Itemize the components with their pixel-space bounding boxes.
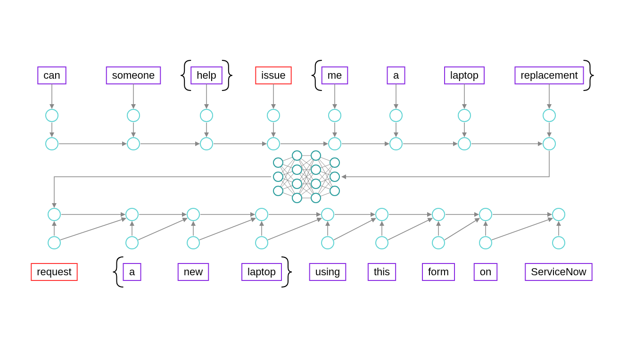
dec-node-top-6 [432, 208, 445, 221]
dec-node-bot-8 [553, 237, 565, 249]
dec-node-bot-0 [48, 237, 60, 249]
enc-node1-1 [127, 109, 140, 122]
enc-token-5-label: a [393, 69, 399, 81]
enc-to-nn [342, 151, 549, 177]
enc-brace-r-7 [584, 60, 594, 90]
dec-brace-l-1 [113, 257, 124, 287]
enc-node2-5 [390, 138, 402, 150]
nn-node-5 [292, 179, 302, 189]
nn-node-0 [273, 158, 283, 167]
dec-token-1-label: a [129, 266, 135, 278]
dec-token-7-label: on [480, 266, 491, 278]
enc-token-1-label: someone [112, 69, 155, 81]
nn-node-4 [292, 165, 302, 174]
enc-node2-3 [267, 138, 280, 150]
dec-token-8-label: ServiceNow [531, 266, 586, 278]
dec-node-top-3 [256, 208, 268, 221]
dec-diag-0 [60, 218, 126, 240]
dec-node-top-0 [48, 208, 60, 221]
dec-diag-5 [388, 218, 432, 240]
enc-node2-4 [329, 138, 341, 150]
enc-token-4-label: me [328, 69, 342, 81]
dec-diag-3 [268, 218, 322, 240]
enc-brace-l-2 [181, 60, 191, 90]
enc-node1-4 [329, 109, 341, 122]
nn-node-2 [273, 186, 283, 196]
dec-token-2-label: new [184, 266, 203, 278]
dec-node-top-1 [126, 208, 138, 221]
nn-node-1 [273, 172, 283, 181]
dec-token-0-label: request [37, 266, 71, 278]
nn-node-8 [311, 165, 321, 174]
enc-node2-0 [46, 138, 58, 150]
dec-token-4-label: using [315, 266, 340, 278]
dec-node-bot-1 [126, 237, 138, 249]
nn-node-6 [292, 193, 302, 203]
dec-node-bot-6 [432, 237, 445, 249]
nn-node-11 [330, 158, 339, 167]
enc-node2-6 [458, 138, 471, 150]
dec-diag-1 [138, 218, 187, 240]
nn-node-10 [311, 193, 321, 203]
diagram-canvas: cansomeonehelpissuemealaptopreplacementr… [0, 0, 644, 362]
enc-token-0-label: can [43, 69, 60, 81]
nn-node-9 [311, 179, 321, 189]
dec-node-top-2 [187, 208, 199, 221]
dec-diag-2 [199, 218, 256, 240]
nn-node-12 [330, 172, 339, 181]
enc-node2-2 [200, 138, 213, 150]
dec-token-5-label: this [374, 266, 390, 278]
dec-brace-r-3 [281, 257, 292, 287]
nn-to-dec [54, 177, 271, 207]
dec-node-top-7 [479, 208, 492, 221]
enc-node2-1 [127, 138, 140, 150]
enc-node1-0 [46, 109, 58, 122]
dec-token-6-label: form [428, 266, 449, 278]
nn-node-7 [311, 151, 321, 160]
enc-node1-5 [390, 109, 402, 122]
enc-brace-r-2 [222, 60, 232, 90]
enc-token-3-label: issue [261, 69, 285, 81]
dec-node-top-8 [553, 208, 565, 221]
dec-diag-4 [334, 218, 376, 240]
dec-node-top-5 [376, 208, 388, 221]
enc-node1-2 [200, 109, 213, 122]
nn-node-3 [292, 151, 302, 160]
nn-node-13 [330, 186, 339, 196]
enc-node2-7 [543, 138, 555, 150]
dec-diag-7 [492, 218, 553, 240]
enc-node1-3 [267, 109, 280, 122]
dec-node-bot-7 [479, 237, 492, 249]
dec-node-bot-4 [322, 237, 334, 249]
enc-node1-6 [458, 109, 471, 122]
enc-brace-l-4 [312, 60, 322, 90]
enc-token-7-label: replacement [520, 69, 578, 81]
dec-token-3-label: laptop [248, 266, 276, 278]
dec-diag-6 [445, 218, 479, 240]
dec-node-bot-3 [256, 237, 268, 249]
dec-node-bot-5 [376, 237, 388, 249]
dec-node-bot-2 [187, 237, 199, 249]
enc-node1-7 [543, 109, 555, 122]
enc-token-6-label: laptop [450, 69, 479, 81]
dec-node-top-4 [322, 208, 334, 221]
enc-token-2-label: help [197, 69, 216, 81]
